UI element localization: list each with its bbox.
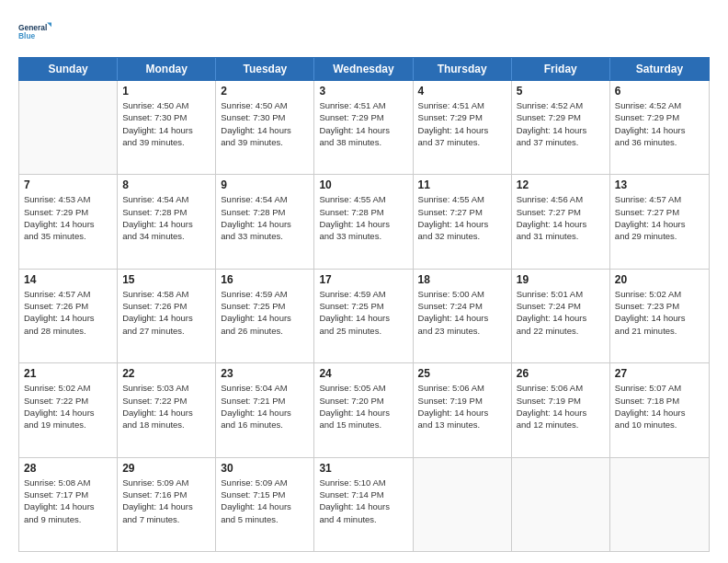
day-number: 14 xyxy=(24,273,112,286)
day-number: 16 xyxy=(221,273,309,286)
day-info: Sunrise: 4:52 AM Sunset: 7:29 PM Dayligh… xyxy=(615,99,704,148)
day-number: 10 xyxy=(319,178,407,191)
svg-text:Blue: Blue xyxy=(18,31,36,40)
calendar-day-19: 19Sunrise: 5:01 AM Sunset: 7:24 PM Dayli… xyxy=(512,270,610,362)
day-number: 3 xyxy=(319,85,407,98)
day-info: Sunrise: 4:51 AM Sunset: 7:29 PM Dayligh… xyxy=(418,99,506,148)
day-info: Sunrise: 4:57 AM Sunset: 7:26 PM Dayligh… xyxy=(24,288,112,337)
day-number: 4 xyxy=(418,85,506,98)
calendar-page: General Blue SundayMondayTuesdayWednesda… xyxy=(0,0,728,563)
day-info: Sunrise: 4:50 AM Sunset: 7:30 PM Dayligh… xyxy=(221,99,309,148)
day-info: Sunrise: 5:08 AM Sunset: 7:17 PM Dayligh… xyxy=(24,477,112,525)
day-number: 9 xyxy=(221,178,309,191)
day-info: Sunrise: 5:02 AM Sunset: 7:22 PM Dayligh… xyxy=(24,382,112,431)
day-info: Sunrise: 4:52 AM Sunset: 7:29 PM Dayligh… xyxy=(517,99,605,148)
day-number: 22 xyxy=(122,367,210,380)
day-info: Sunrise: 4:50 AM Sunset: 7:30 PM Dayligh… xyxy=(122,99,210,148)
calendar-day-6: 6Sunrise: 4:52 AM Sunset: 7:29 PM Daylig… xyxy=(610,81,709,174)
day-info: Sunrise: 5:06 AM Sunset: 7:19 PM Dayligh… xyxy=(418,382,506,431)
day-info: Sunrise: 4:55 AM Sunset: 7:27 PM Dayligh… xyxy=(418,193,506,242)
calendar-day-empty xyxy=(414,458,512,551)
calendar-day-20: 20Sunrise: 5:02 AM Sunset: 7:23 PM Dayli… xyxy=(610,270,709,362)
calendar-day-25: 25Sunrise: 5:06 AM Sunset: 7:19 PM Dayli… xyxy=(414,363,512,456)
calendar-day-21: 21Sunrise: 5:02 AM Sunset: 7:22 PM Dayli… xyxy=(19,363,118,456)
svg-text:General: General xyxy=(18,23,47,32)
calendar-day-24: 24Sunrise: 5:05 AM Sunset: 7:20 PM Dayli… xyxy=(314,363,413,456)
calendar-day-7: 7Sunrise: 4:53 AM Sunset: 7:29 PM Daylig… xyxy=(19,175,118,268)
day-number: 15 xyxy=(122,273,210,286)
day-info: Sunrise: 5:04 AM Sunset: 7:21 PM Dayligh… xyxy=(221,382,309,431)
calendar-day-1: 1Sunrise: 4:50 AM Sunset: 7:30 PM Daylig… xyxy=(118,81,216,174)
calendar-header: SundayMondayTuesdayWednesdayThursdayFrid… xyxy=(18,57,710,81)
logo: General Blue xyxy=(18,15,51,48)
day-number: 23 xyxy=(221,367,309,380)
calendar-day-13: 13Sunrise: 4:57 AM Sunset: 7:27 PM Dayli… xyxy=(610,175,709,268)
calendar-day-empty xyxy=(512,458,610,551)
calendar-week-2: 7Sunrise: 4:53 AM Sunset: 7:29 PM Daylig… xyxy=(19,175,709,269)
calendar-week-3: 14Sunrise: 4:57 AM Sunset: 7:26 PM Dayli… xyxy=(19,270,709,363)
header-day-thursday: Thursday xyxy=(414,58,512,80)
calendar-day-26: 26Sunrise: 5:06 AM Sunset: 7:19 PM Dayli… xyxy=(512,363,610,456)
day-number: 21 xyxy=(24,367,112,380)
calendar-week-4: 21Sunrise: 5:02 AM Sunset: 7:22 PM Dayli… xyxy=(19,363,709,457)
day-info: Sunrise: 4:55 AM Sunset: 7:28 PM Dayligh… xyxy=(319,193,407,242)
day-info: Sunrise: 4:57 AM Sunset: 7:27 PM Dayligh… xyxy=(615,193,704,242)
day-number: 5 xyxy=(517,85,605,98)
day-number: 19 xyxy=(517,273,605,286)
calendar-day-27: 27Sunrise: 5:07 AM Sunset: 7:18 PM Dayli… xyxy=(610,363,709,456)
day-info: Sunrise: 5:07 AM Sunset: 7:18 PM Dayligh… xyxy=(615,382,704,431)
day-info: Sunrise: 5:05 AM Sunset: 7:20 PM Dayligh… xyxy=(319,382,407,431)
calendar-day-14: 14Sunrise: 4:57 AM Sunset: 7:26 PM Dayli… xyxy=(19,270,118,362)
svg-marker-2 xyxy=(47,22,51,27)
calendar-day-16: 16Sunrise: 4:59 AM Sunset: 7:25 PM Dayli… xyxy=(216,270,314,362)
day-info: Sunrise: 5:01 AM Sunset: 7:24 PM Dayligh… xyxy=(517,288,605,337)
day-number: 25 xyxy=(418,367,506,380)
day-number: 13 xyxy=(615,178,704,191)
day-number: 2 xyxy=(221,85,309,98)
calendar-day-22: 22Sunrise: 5:03 AM Sunset: 7:22 PM Dayli… xyxy=(118,363,216,456)
day-number: 26 xyxy=(517,367,605,380)
day-number: 18 xyxy=(418,273,506,286)
calendar-day-31: 31Sunrise: 5:10 AM Sunset: 7:14 PM Dayli… xyxy=(314,458,413,551)
day-info: Sunrise: 4:54 AM Sunset: 7:28 PM Dayligh… xyxy=(122,193,210,242)
header-day-wednesday: Wednesday xyxy=(314,58,413,80)
calendar-day-empty xyxy=(19,81,118,174)
day-info: Sunrise: 5:03 AM Sunset: 7:22 PM Dayligh… xyxy=(122,382,210,431)
calendar-day-15: 15Sunrise: 4:58 AM Sunset: 7:26 PM Dayli… xyxy=(118,270,216,362)
day-number: 31 xyxy=(319,462,407,475)
day-info: Sunrise: 4:59 AM Sunset: 7:25 PM Dayligh… xyxy=(319,288,407,337)
calendar-week-1: 1Sunrise: 4:50 AM Sunset: 7:30 PM Daylig… xyxy=(19,81,709,175)
calendar-day-30: 30Sunrise: 5:09 AM Sunset: 7:15 PM Dayli… xyxy=(216,458,314,551)
header-day-monday: Monday xyxy=(118,58,216,80)
day-info: Sunrise: 4:58 AM Sunset: 7:26 PM Dayligh… xyxy=(122,288,210,337)
day-number: 8 xyxy=(122,178,210,191)
calendar-day-8: 8Sunrise: 4:54 AM Sunset: 7:28 PM Daylig… xyxy=(118,175,216,268)
calendar-day-17: 17Sunrise: 4:59 AM Sunset: 7:25 PM Dayli… xyxy=(314,270,413,362)
calendar-day-11: 11Sunrise: 4:55 AM Sunset: 7:27 PM Dayli… xyxy=(414,175,512,268)
calendar-day-2: 2Sunrise: 4:50 AM Sunset: 7:30 PM Daylig… xyxy=(216,81,314,174)
header-day-friday: Friday xyxy=(512,58,610,80)
day-info: Sunrise: 4:51 AM Sunset: 7:29 PM Dayligh… xyxy=(319,99,407,148)
day-number: 11 xyxy=(418,178,506,191)
day-info: Sunrise: 4:56 AM Sunset: 7:27 PM Dayligh… xyxy=(517,193,605,242)
day-info: Sunrise: 5:00 AM Sunset: 7:24 PM Dayligh… xyxy=(418,288,506,337)
day-number: 29 xyxy=(122,462,210,475)
day-number: 12 xyxy=(517,178,605,191)
day-number: 30 xyxy=(221,462,309,475)
day-info: Sunrise: 5:09 AM Sunset: 7:15 PM Dayligh… xyxy=(221,477,309,525)
calendar-day-9: 9Sunrise: 4:54 AM Sunset: 7:28 PM Daylig… xyxy=(216,175,314,268)
calendar-day-5: 5Sunrise: 4:52 AM Sunset: 7:29 PM Daylig… xyxy=(512,81,610,174)
day-number: 24 xyxy=(319,367,407,380)
day-info: Sunrise: 4:54 AM Sunset: 7:28 PM Dayligh… xyxy=(221,193,309,242)
day-number: 27 xyxy=(615,367,704,380)
calendar-day-18: 18Sunrise: 5:00 AM Sunset: 7:24 PM Dayli… xyxy=(414,270,512,362)
day-number: 28 xyxy=(24,462,112,475)
calendar-day-28: 28Sunrise: 5:08 AM Sunset: 7:17 PM Dayli… xyxy=(19,458,118,551)
calendar-day-23: 23Sunrise: 5:04 AM Sunset: 7:21 PM Dayli… xyxy=(216,363,314,456)
logo-icon: General Blue xyxy=(18,15,51,48)
header-day-tuesday: Tuesday xyxy=(216,58,314,80)
day-number: 6 xyxy=(615,85,704,98)
calendar-week-5: 28Sunrise: 5:08 AM Sunset: 7:17 PM Dayli… xyxy=(19,458,709,551)
day-info: Sunrise: 5:09 AM Sunset: 7:16 PM Dayligh… xyxy=(122,477,210,525)
calendar: SundayMondayTuesdayWednesdayThursdayFrid… xyxy=(18,57,710,552)
